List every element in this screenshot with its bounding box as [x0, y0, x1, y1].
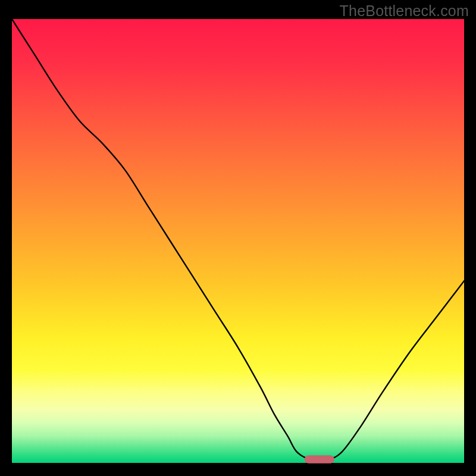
optimum-marker — [305, 455, 334, 463]
gradient-background — [12, 19, 464, 463]
bottleneck-chart — [0, 0, 476, 476]
chart-frame: TheBottleneck.com — [0, 0, 476, 476]
